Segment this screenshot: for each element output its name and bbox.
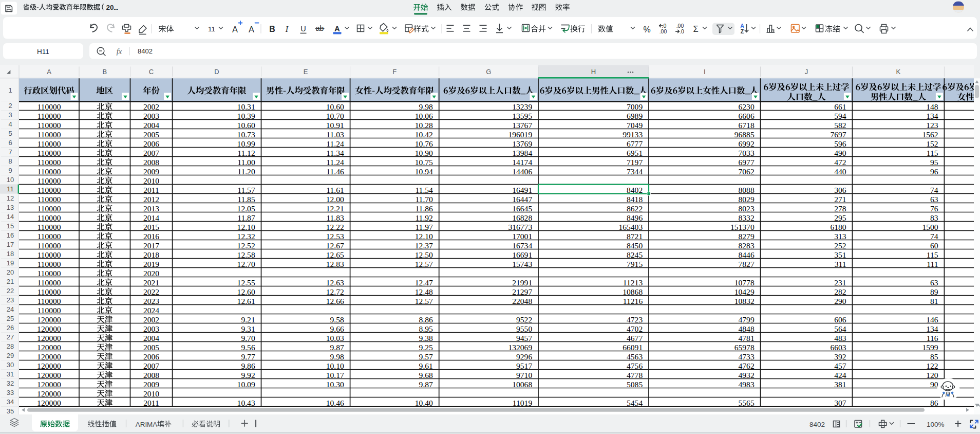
svg-text:6992: 6992 xyxy=(739,139,755,148)
svg-text:10429: 10429 xyxy=(734,287,755,296)
svg-text:7049: 7049 xyxy=(627,121,643,130)
svg-text:85: 85 xyxy=(930,352,938,361)
svg-text:.00: .00 xyxy=(659,28,667,34)
svg-text:10.39: 10.39 xyxy=(237,112,255,120)
svg-text:63: 63 xyxy=(930,278,938,287)
svg-text:252: 252 xyxy=(834,241,846,250)
svg-text:110000: 110000 xyxy=(37,241,61,250)
svg-text:134: 134 xyxy=(926,324,938,333)
svg-text:10.03: 10.03 xyxy=(326,334,344,342)
svg-text:83: 83 xyxy=(930,213,938,222)
svg-text:8283: 8283 xyxy=(739,241,755,250)
svg-text:9.61: 9.61 xyxy=(419,361,433,370)
svg-text:6777: 6777 xyxy=(627,139,643,148)
svg-text:14174: 14174 xyxy=(512,158,532,167)
svg-text:5085: 5085 xyxy=(627,380,643,389)
svg-text:13767: 13767 xyxy=(512,121,532,130)
svg-text:122: 122 xyxy=(926,361,938,370)
svg-text:10.90: 10.90 xyxy=(415,149,433,157)
svg-text:2012: 2012 xyxy=(143,195,159,204)
svg-text:95: 95 xyxy=(930,158,938,167)
svg-text:196019: 196019 xyxy=(508,130,532,139)
svg-text:A: A xyxy=(47,68,51,76)
svg-text:9.87: 9.87 xyxy=(419,380,433,389)
svg-text:123: 123 xyxy=(926,121,938,130)
svg-text:12.21: 12.21 xyxy=(326,204,344,213)
svg-text:4702: 4702 xyxy=(627,324,643,333)
svg-text:8029: 8029 xyxy=(739,195,755,204)
svg-text:110000: 110000 xyxy=(37,130,61,139)
svg-text:9.86: 9.86 xyxy=(241,361,255,370)
svg-text:12.63: 12.63 xyxy=(326,278,344,287)
svg-text:110000: 110000 xyxy=(37,250,61,259)
svg-text:2006: 2006 xyxy=(143,352,159,361)
svg-text:151370: 151370 xyxy=(730,223,755,231)
svg-text:9.57: 9.57 xyxy=(419,352,433,361)
svg-text:74: 74 xyxy=(930,186,938,194)
svg-text:11.70: 11.70 xyxy=(415,195,433,204)
svg-text:120000: 120000 xyxy=(37,371,61,379)
svg-text:10.42: 10.42 xyxy=(415,130,433,139)
svg-text:17: 17 xyxy=(7,241,14,248)
svg-text:13769: 13769 xyxy=(512,139,532,148)
svg-text:11.24: 11.24 xyxy=(326,158,344,167)
svg-text:E: E xyxy=(304,68,308,76)
svg-text:8402: 8402 xyxy=(138,47,153,55)
svg-text:10.31: 10.31 xyxy=(237,102,255,111)
svg-text:2003: 2003 xyxy=(143,112,159,120)
svg-text:76: 76 xyxy=(930,204,938,213)
svg-text:564: 564 xyxy=(834,324,846,333)
svg-text:8721: 8721 xyxy=(627,232,643,241)
svg-text:5454: 5454 xyxy=(627,399,643,407)
svg-text:2017: 2017 xyxy=(143,241,159,250)
svg-text:9.21: 9.21 xyxy=(241,315,255,324)
svg-text:A: A xyxy=(334,24,340,33)
svg-text:2024: 2024 xyxy=(143,306,159,315)
svg-text:6180: 6180 xyxy=(830,223,846,231)
svg-text:2008: 2008 xyxy=(143,158,159,167)
svg-text:120: 120 xyxy=(926,371,938,379)
svg-text:11.00: 11.00 xyxy=(237,158,255,167)
svg-text:10.06: 10.06 xyxy=(415,112,433,120)
svg-text:9.66: 9.66 xyxy=(330,324,344,333)
svg-text:10.73: 10.73 xyxy=(237,130,255,139)
svg-text:110000: 110000 xyxy=(37,139,61,148)
svg-text:10832: 10832 xyxy=(734,297,755,305)
svg-text:4723: 4723 xyxy=(627,315,643,324)
svg-text:9.25: 9.25 xyxy=(419,343,433,352)
svg-text:2009: 2009 xyxy=(143,380,159,389)
svg-text:7915: 7915 xyxy=(627,260,643,268)
svg-text:12.66: 12.66 xyxy=(326,297,344,305)
svg-text:110000: 110000 xyxy=(37,213,61,222)
svg-text:2011: 2011 xyxy=(143,399,159,407)
svg-text:66091: 66091 xyxy=(623,343,643,352)
svg-text:110000: 110000 xyxy=(37,102,61,111)
svg-text:110000: 110000 xyxy=(37,186,61,194)
svg-text:606: 606 xyxy=(834,315,846,324)
svg-text:8402: 8402 xyxy=(809,421,825,428)
svg-text:9.70: 9.70 xyxy=(241,334,255,342)
svg-text:15: 15 xyxy=(7,222,14,230)
svg-text:89: 89 xyxy=(930,287,938,296)
svg-text:25: 25 xyxy=(7,315,14,322)
svg-text:9.58: 9.58 xyxy=(330,315,344,324)
svg-text:4778: 4778 xyxy=(627,371,643,379)
svg-text:110000: 110000 xyxy=(37,223,61,231)
svg-text:22048: 22048 xyxy=(512,297,532,305)
svg-text:10.91: 10.91 xyxy=(326,121,344,130)
svg-text:311: 311 xyxy=(835,260,846,268)
svg-text:7827: 7827 xyxy=(739,260,755,268)
svg-text:11.83: 11.83 xyxy=(326,213,344,222)
svg-text:110000: 110000 xyxy=(37,297,61,305)
svg-text:4733: 4733 xyxy=(739,352,755,361)
svg-text:99133: 99133 xyxy=(623,130,643,139)
svg-text:24: 24 xyxy=(7,305,14,313)
svg-text:110000: 110000 xyxy=(37,167,61,176)
svg-text:10.17: 10.17 xyxy=(326,371,344,379)
svg-text:1: 1 xyxy=(8,86,12,94)
svg-text:2007: 2007 xyxy=(143,149,159,157)
svg-text:110000: 110000 xyxy=(37,158,61,167)
svg-text:11.57: 11.57 xyxy=(237,186,255,194)
svg-text:120000: 120000 xyxy=(37,352,61,361)
svg-text:9.77: 9.77 xyxy=(241,352,255,361)
